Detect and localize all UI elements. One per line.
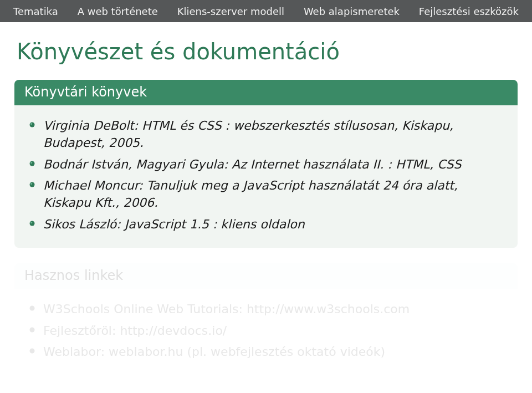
block-links: Hasznos linkek W3Schools Online Web Tuto… [14, 263, 518, 375]
bullet-icon [29, 181, 39, 212]
nav-item-kliens-szerver[interactable]: Kliens-szerver modell [177, 6, 284, 17]
svg-point-3 [30, 162, 32, 164]
svg-point-9 [30, 327, 35, 332]
list-item: Michael Moncur: Tanuljuk meg a JavaScrip… [29, 177, 503, 212]
svg-point-6 [30, 221, 35, 226]
block-books: Könyvtári könyvek Virginia DeBolt: HTML … [14, 80, 518, 248]
list-item: Sikos László: JavaScript 1.5 : kliens ol… [29, 216, 503, 233]
nav-item-web-alapismeretek[interactable]: Web alapismeretek [304, 6, 400, 17]
block-links-body: W3Schools Online Web Tutorials: http://w… [14, 289, 518, 375]
bullet-icon [29, 348, 39, 361]
list-item: Virginia DeBolt: HTML és CSS : webszerke… [29, 118, 503, 152]
item-text: Michael Moncur: Tanuljuk meg a JavaScrip… [39, 177, 503, 212]
bullet-icon [29, 326, 39, 340]
block-books-header: Könyvtári könyvek [14, 80, 518, 105]
svg-point-10 [30, 349, 35, 354]
list-item: Fejlesztőröl: http://devdocs.io/ [29, 323, 503, 340]
item-text: Virginia DeBolt: HTML és CSS : webszerke… [39, 118, 503, 152]
svg-point-4 [30, 182, 35, 187]
svg-point-0 [30, 123, 35, 127]
list-item: Bodnár István, Magyari Gyula: Az Interne… [29, 156, 503, 173]
item-text: Bodnár István, Magyari Gyula: Az Interne… [39, 156, 503, 173]
nav-bar: Tematika A web története Kliens-szerver … [0, 0, 532, 22]
item-text: Weblabor: weblabor.hu (pl. webfejlesztés… [39, 344, 503, 361]
nav-item-web-tortenete[interactable]: A web története [78, 6, 158, 17]
bullet-icon [29, 160, 39, 173]
bullet-icon [29, 121, 39, 152]
item-text: Fejlesztőröl: http://devdocs.io/ [39, 323, 503, 340]
svg-point-1 [30, 123, 32, 125]
list-item: W3Schools Online Web Tutorials: http://w… [29, 301, 503, 318]
svg-point-2 [30, 161, 35, 166]
item-text: Sikos László: JavaScript 1.5 : kliens ol… [39, 216, 503, 233]
block-books-body: Virginia DeBolt: HTML és CSS : webszerke… [14, 105, 518, 248]
svg-point-5 [30, 183, 32, 185]
page-title: Könyvészet és dokumentáció [17, 39, 532, 64]
list-item: Weblabor: weblabor.hu (pl. webfejlesztés… [29, 344, 503, 361]
svg-point-7 [30, 222, 32, 223]
nav-item-tematika[interactable]: Tematika [13, 6, 58, 17]
bullet-icon [29, 220, 39, 233]
bullet-icon [29, 305, 39, 318]
svg-point-8 [30, 305, 35, 310]
item-text: W3Schools Online Web Tutorials: http://w… [39, 301, 503, 318]
nav-item-fejlesztesi-eszkozok[interactable]: Fejlesztési eszközök [419, 6, 519, 17]
block-links-header: Hasznos linkek [14, 263, 518, 289]
